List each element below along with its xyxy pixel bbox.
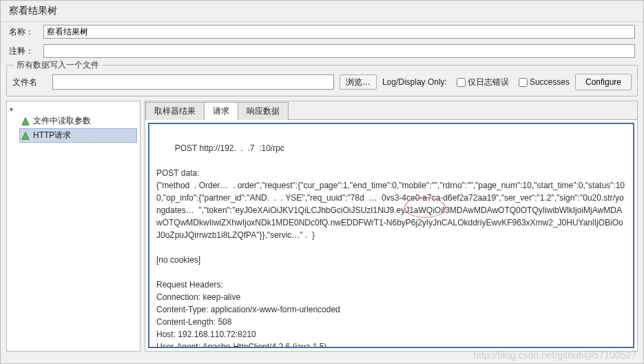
tab-response-data[interactable]: 响应数据 <box>238 102 289 120</box>
successes-checkbox[interactable]: Successes <box>519 77 570 87</box>
tab-bar: 取样器结果 请求 响应数据 <box>145 101 637 120</box>
errors-only-text: 仅日志错误 <box>468 77 509 88</box>
tree-item-label: 文件中读取参数 <box>33 115 91 127</box>
log-display-label: Log/Display Only: <box>382 77 447 87</box>
success-icon <box>21 131 30 141</box>
tree-item-label: HTTP请求 <box>33 130 71 141</box>
filename-label: 文件名 <box>12 77 47 88</box>
comment-input[interactable] <box>43 44 635 58</box>
request-content[interactable]: POST http://192. . .7 :10/rpc POST data:… <box>148 123 634 348</box>
name-label: 名称： <box>9 26 43 38</box>
errors-only-box[interactable] <box>457 78 466 87</box>
results-tree[interactable]: 文件中读取参数 HTTP请求 <box>6 101 141 352</box>
comment-label: 注释： <box>9 46 43 57</box>
filename-input[interactable] <box>52 74 334 90</box>
successes-box[interactable] <box>519 78 528 87</box>
success-icon <box>21 117 30 126</box>
file-legend: 所有数据写入一个文件 <box>14 59 102 71</box>
tab-request[interactable]: 请求 <box>204 102 238 120</box>
errors-only-checkbox[interactable]: 仅日志错误 <box>457 77 509 88</box>
file-fieldset: 所有数据写入一个文件 文件名 浏览… Log/Display Only: 仅日志… <box>6 65 638 97</box>
browse-button[interactable]: 浏览… <box>340 74 377 90</box>
successes-text: Successes <box>530 77 570 87</box>
tab-sampler-result[interactable]: 取样器结果 <box>145 102 205 120</box>
configure-button[interactable]: Configure <box>575 74 632 90</box>
tree-item-http-request[interactable]: HTTP请求 <box>19 128 137 143</box>
request-text: POST http://192. . .7 :10/rpc POST data:… <box>156 143 625 348</box>
panel-title: 察看结果树 <box>1 1 643 22</box>
svg-marker-1 <box>22 132 30 139</box>
svg-marker-0 <box>22 117 30 125</box>
tree-item-read-params[interactable]: 文件中读取参数 <box>19 114 137 128</box>
name-input[interactable] <box>43 25 635 39</box>
